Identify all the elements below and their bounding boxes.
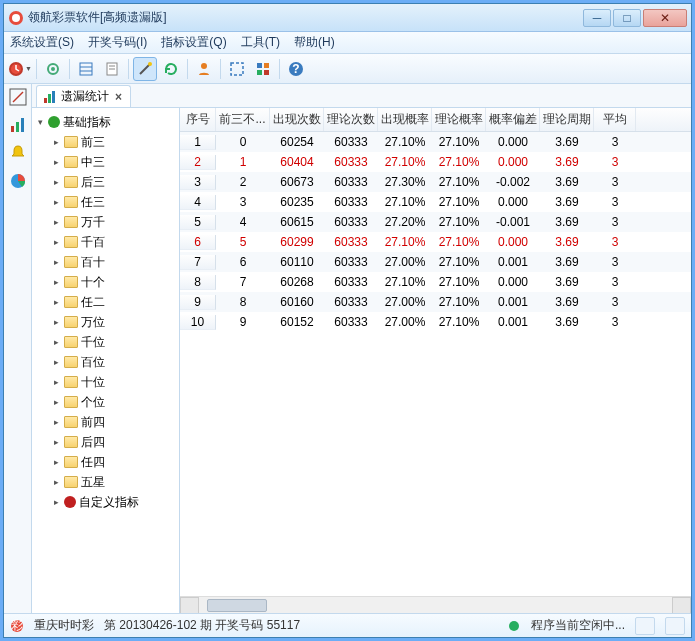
horizontal-scrollbar[interactable]: [180, 596, 691, 613]
tree-item[interactable]: ▸十位: [34, 372, 177, 392]
table-row[interactable]: 98601606033327.00%27.10%0.0013.693: [180, 292, 691, 312]
folder-icon: [64, 256, 78, 268]
table-row[interactable]: 32606736033327.30%27.10%-0.0023.693: [180, 172, 691, 192]
expand-icon[interactable]: ▸: [52, 478, 61, 487]
table-row[interactable]: 76601106033327.00%27.10%0.0013.693: [180, 252, 691, 272]
tree-item[interactable]: ▸中三: [34, 152, 177, 172]
toolbar-clock-button[interactable]: ▼: [8, 57, 32, 81]
expand-icon[interactable]: ▸: [52, 158, 61, 167]
table-row[interactable]: 109601526033327.00%27.10%0.0013.693: [180, 312, 691, 332]
column-header[interactable]: 理论概率: [432, 108, 486, 131]
toolbar-fullscreen-button[interactable]: [225, 57, 249, 81]
column-header[interactable]: 概率偏差: [486, 108, 540, 131]
column-header[interactable]: 序号: [180, 108, 216, 131]
column-header[interactable]: 平均: [594, 108, 636, 131]
tree-label: 前三: [81, 134, 105, 151]
svg-rect-6: [80, 63, 92, 75]
expand-icon[interactable]: ▸: [52, 138, 61, 147]
expand-icon[interactable]: ▸: [52, 458, 61, 467]
collapse-icon[interactable]: ▾: [36, 118, 45, 127]
tree-item[interactable]: ▸任二: [34, 292, 177, 312]
sidebar-bell-icon[interactable]: [9, 144, 27, 162]
toolbar-person-button[interactable]: [192, 57, 216, 81]
maximize-button[interactable]: □: [613, 9, 641, 27]
menu-help[interactable]: 帮助(H): [294, 34, 335, 51]
tree-root-basic[interactable]: ▾基础指标: [34, 112, 177, 132]
toolbar-table-button[interactable]: [74, 57, 98, 81]
tree-item[interactable]: ▸前三: [34, 132, 177, 152]
column-header[interactable]: 前三不...: [216, 108, 270, 131]
cell: 27.10%: [432, 315, 486, 329]
table-row[interactable]: 54606156033327.20%27.10%-0.0013.693: [180, 212, 691, 232]
expand-icon[interactable]: ▸: [52, 258, 61, 267]
expand-icon[interactable]: ▸: [52, 178, 61, 187]
expand-icon[interactable]: ▸: [52, 398, 61, 407]
sidebar-piechart-icon[interactable]: [9, 172, 27, 190]
expand-icon[interactable]: ▸: [52, 378, 61, 387]
tree-item[interactable]: ▸个位: [34, 392, 177, 412]
table-row[interactable]: 65602996033327.10%27.10%0.0003.693: [180, 232, 691, 252]
tree-item[interactable]: ▸任四: [34, 452, 177, 472]
expand-icon[interactable]: ▸: [52, 438, 61, 447]
toolbar-wand-button[interactable]: [133, 57, 157, 81]
table-row[interactable]: 43602356033327.10%27.10%0.0003.693: [180, 192, 691, 212]
sidebar-chart-icon[interactable]: [9, 116, 27, 134]
table-row[interactable]: 21604046033327.10%27.10%0.0003.693: [180, 152, 691, 172]
tree-item[interactable]: ▸百十: [34, 252, 177, 272]
table-row[interactable]: 10602546033327.10%27.10%0.0003.693: [180, 132, 691, 152]
expand-icon[interactable]: ▸: [52, 238, 61, 247]
row-number: 7: [180, 255, 216, 270]
toolbar-grid-button[interactable]: [251, 57, 275, 81]
minimize-button[interactable]: ─: [583, 9, 611, 27]
expand-icon[interactable]: ▸: [52, 298, 61, 307]
menu-system[interactable]: 系统设置(S): [10, 34, 74, 51]
tree-item[interactable]: ▸十个: [34, 272, 177, 292]
refresh-icon: [163, 61, 179, 77]
expand-icon[interactable]: ▸: [52, 278, 61, 287]
wand-icon: [137, 61, 153, 77]
tree-label: 万位: [81, 314, 105, 331]
toolbar-help-button[interactable]: ?: [284, 57, 308, 81]
column-header[interactable]: 出现概率: [378, 108, 432, 131]
menu-tools[interactable]: 工具(T): [241, 34, 280, 51]
expand-icon[interactable]: ▸: [52, 358, 61, 367]
cell: 4: [216, 215, 270, 229]
menu-indicator[interactable]: 指标设置(Q): [161, 34, 226, 51]
column-header[interactable]: 理论次数: [324, 108, 378, 131]
clock-icon: [8, 61, 24, 77]
expand-icon[interactable]: ▸: [52, 318, 61, 327]
column-header[interactable]: 出现次数: [270, 108, 324, 131]
tree-item[interactable]: ▸千百: [34, 232, 177, 252]
status-button-1[interactable]: [635, 617, 655, 635]
tree-item[interactable]: ▸百位: [34, 352, 177, 372]
toolbar-refresh-button[interactable]: [159, 57, 183, 81]
close-button[interactable]: ✕: [643, 9, 687, 27]
tree-item[interactable]: ▸后三: [34, 172, 177, 192]
tree-item[interactable]: ▸五星: [34, 472, 177, 492]
tree-item[interactable]: ▸万千: [34, 212, 177, 232]
tree-root-custom[interactable]: ▸自定义指标: [34, 492, 177, 512]
toolbar-settings-button[interactable]: [41, 57, 65, 81]
scrollbar-thumb[interactable]: [207, 599, 267, 612]
cell: 3.69: [540, 195, 594, 209]
toolbar-doc-button[interactable]: [100, 57, 124, 81]
expand-icon[interactable]: ▸: [52, 218, 61, 227]
expand-icon[interactable]: ▸: [52, 498, 61, 507]
tree-item[interactable]: ▸千位: [34, 332, 177, 352]
cell: 27.10%: [432, 175, 486, 189]
cell: 3.69: [540, 175, 594, 189]
expand-icon[interactable]: ▸: [52, 418, 61, 427]
tree-item[interactable]: ▸任三: [34, 192, 177, 212]
tab-missing-stats[interactable]: 遗漏统计 ×: [36, 85, 131, 107]
expand-icon[interactable]: ▸: [52, 338, 61, 347]
table-row[interactable]: 87602686033327.10%27.10%0.0003.693: [180, 272, 691, 292]
sidebar-analysis-icon[interactable]: [9, 88, 27, 106]
tree-item[interactable]: ▸前四: [34, 412, 177, 432]
status-button-2[interactable]: [665, 617, 685, 635]
tree-item[interactable]: ▸后四: [34, 432, 177, 452]
menu-draw-numbers[interactable]: 开奖号码(I): [88, 34, 147, 51]
tree-item[interactable]: ▸万位: [34, 312, 177, 332]
expand-icon[interactable]: ▸: [52, 198, 61, 207]
tab-close-button[interactable]: ×: [113, 90, 124, 104]
column-header[interactable]: 理论周期: [540, 108, 594, 131]
